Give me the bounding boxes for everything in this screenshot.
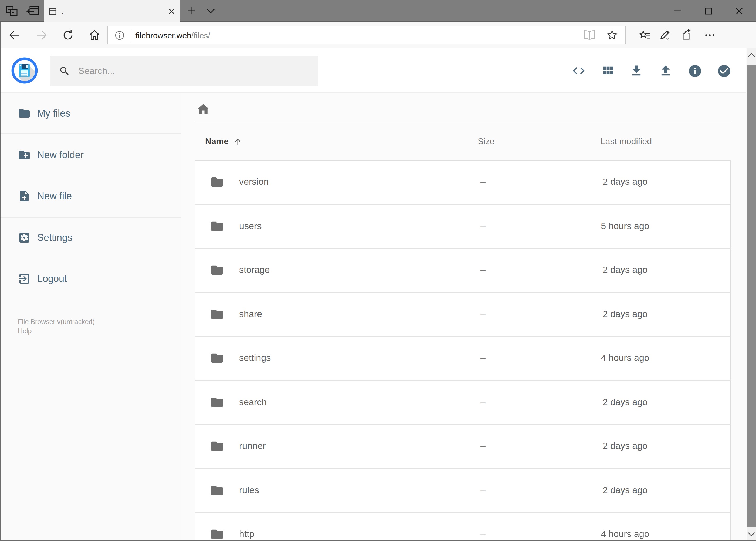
file-name: users xyxy=(239,205,262,248)
file-size: – xyxy=(480,513,486,541)
search-bar[interactable] xyxy=(50,56,319,86)
tab-preview-button[interactable] xyxy=(3,0,21,22)
table-row[interactable]: settings – 4 hours ago xyxy=(195,337,730,380)
file-name: storage xyxy=(239,249,270,292)
app-header xyxy=(0,48,746,93)
sidebar-item-my-files[interactable]: My files xyxy=(0,98,181,129)
hub-favorites-button[interactable] xyxy=(633,22,657,48)
file-name: http xyxy=(239,513,255,541)
file-size: – xyxy=(480,205,486,248)
set-tabs-aside-icon xyxy=(26,6,39,16)
vertical-scrollbar[interactable] xyxy=(746,48,756,541)
minimize-icon xyxy=(674,10,681,11)
file-size: – xyxy=(480,425,486,468)
file-size: – xyxy=(480,469,486,512)
help-link[interactable]: Help xyxy=(18,327,95,336)
reading-view-icon[interactable] xyxy=(584,30,596,41)
tab-list-dropdown-button[interactable] xyxy=(203,0,218,22)
sidebar-item-label: New folder xyxy=(37,149,84,161)
app-version: File Browser v(untracked) xyxy=(18,317,95,327)
url-path: /files/ xyxy=(191,31,210,40)
site-info-icon[interactable] xyxy=(115,31,124,40)
file-size: – xyxy=(480,337,486,380)
ink-notes-button[interactable] xyxy=(654,22,677,48)
file-modified: 2 days ago xyxy=(560,381,690,424)
sidebar-item-label: Logout xyxy=(37,273,67,284)
sidebar-divider xyxy=(0,134,181,134)
scrollbar-thumb[interactable] xyxy=(746,65,756,527)
file-size: – xyxy=(480,381,486,424)
forward-button[interactable] xyxy=(30,22,54,48)
file-modified: 4 hours ago xyxy=(560,337,690,380)
scroll-up-button[interactable] xyxy=(746,48,756,62)
window-border-left xyxy=(0,22,1,541)
table-row[interactable]: share – 2 days ago xyxy=(195,293,730,336)
info-button[interactable] xyxy=(680,56,709,85)
file-modified: 2 days ago xyxy=(560,249,690,292)
browser-tab[interactable]: . xyxy=(44,0,180,22)
sort-ascending-icon xyxy=(233,137,242,146)
share-button[interactable] xyxy=(675,22,699,48)
sidebar-item-settings[interactable]: Settings xyxy=(0,223,181,253)
file-listing: version – 2 days ago users – 5 hours ago… xyxy=(195,160,731,541)
download-button[interactable] xyxy=(622,56,651,85)
column-header-name[interactable]: Name xyxy=(205,132,242,151)
table-row[interactable]: search – 2 days ago xyxy=(195,381,730,424)
file-plus-icon xyxy=(18,190,31,203)
sidebar-item-new-file[interactable]: New file xyxy=(0,181,181,211)
file-size: – xyxy=(480,293,486,336)
minimize-button[interactable] xyxy=(662,0,693,22)
more-options-button[interactable] xyxy=(698,22,722,48)
folder-icon xyxy=(210,263,224,277)
close-button[interactable] xyxy=(724,0,755,22)
table-row[interactable]: runner – 2 days ago xyxy=(195,425,730,468)
file-modified: 5 hours ago xyxy=(560,205,690,248)
folder-icon xyxy=(210,219,224,233)
logout-icon xyxy=(18,272,31,285)
close-icon xyxy=(736,7,743,14)
column-header-size[interactable]: Size xyxy=(478,132,494,151)
table-row[interactable]: users – 5 hours ago xyxy=(195,205,730,248)
breadcrumb-home-icon[interactable] xyxy=(196,102,210,117)
filebrowser-logo[interactable] xyxy=(11,57,38,84)
search-input[interactable] xyxy=(77,65,293,77)
folder-icon xyxy=(210,395,224,409)
column-header-modified[interactable]: Last modified xyxy=(591,132,661,151)
table-row[interactable]: storage – 2 days ago xyxy=(195,249,730,292)
sidebar-item-label: New file xyxy=(37,191,72,202)
home-button[interactable] xyxy=(83,22,106,48)
sidebar-item-new-folder[interactable]: New folder xyxy=(0,140,181,170)
sidebar-item-label: My files xyxy=(37,108,70,119)
file-name: rules xyxy=(239,469,259,512)
file-modified: 2 days ago xyxy=(560,425,690,468)
breadcrumb-divider xyxy=(195,122,731,122)
scroll-down-button[interactable] xyxy=(746,527,756,541)
sidebar-item-logout[interactable]: Logout xyxy=(0,264,181,294)
tab-close-icon[interactable] xyxy=(168,8,175,14)
folder-icon xyxy=(18,107,31,120)
select-multiple-button[interactable] xyxy=(709,56,738,85)
file-size: – xyxy=(480,161,486,204)
code-view-button[interactable] xyxy=(564,56,593,85)
file-modified: 2 days ago xyxy=(560,469,690,512)
grid-view-button[interactable] xyxy=(593,56,623,85)
folder-icon xyxy=(210,175,224,189)
set-tabs-aside-button[interactable] xyxy=(23,0,42,22)
favorite-star-icon[interactable] xyxy=(606,29,618,41)
url-host: filebrowser.web xyxy=(135,31,191,40)
back-button[interactable] xyxy=(3,22,26,48)
plus-icon xyxy=(187,6,195,15)
browser-toolbar: filebrowser.web/files/ xyxy=(0,22,756,48)
tab-preview-icon xyxy=(6,6,18,16)
address-bar[interactable]: filebrowser.web/files/ xyxy=(108,26,626,44)
refresh-button[interactable] xyxy=(56,22,80,48)
upload-button[interactable] xyxy=(651,56,680,85)
file-modified: 4 hours ago xyxy=(560,513,690,541)
file-name: search xyxy=(239,381,267,424)
maximize-button[interactable] xyxy=(693,0,724,22)
page-icon xyxy=(49,7,57,15)
table-row[interactable]: rules – 2 days ago xyxy=(195,469,730,512)
table-row[interactable]: version – 2 days ago xyxy=(195,161,730,204)
new-tab-button[interactable] xyxy=(183,0,199,22)
table-row[interactable]: http – 4 hours ago xyxy=(195,513,730,541)
